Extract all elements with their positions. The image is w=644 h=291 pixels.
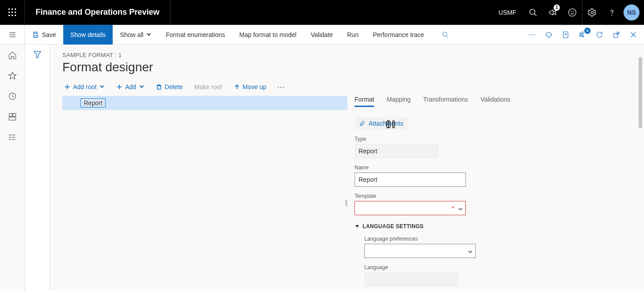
gear-icon	[588, 8, 597, 17]
svg-marker-50	[355, 225, 359, 228]
svg-rect-7	[12, 15, 13, 16]
svg-point-39	[9, 139, 10, 140]
arrow-up-icon	[234, 84, 240, 90]
required-indicator-icon: *	[452, 205, 454, 212]
svg-rect-5	[15, 12, 16, 13]
make-root-button: Make root	[190, 81, 226, 93]
add-root-button[interactable]: Add root	[60, 81, 109, 93]
feedback-button[interactable]	[562, 0, 582, 25]
chevron-down-icon	[146, 31, 151, 38]
rail-home-button[interactable]	[7, 50, 18, 61]
help-button[interactable]	[602, 0, 622, 25]
save-label: Save	[42, 31, 56, 38]
svg-rect-1	[12, 8, 13, 10]
plus-icon	[64, 84, 70, 90]
language-label: Language	[364, 264, 632, 271]
svg-rect-34	[9, 117, 16, 120]
clock-icon	[8, 92, 17, 101]
svg-rect-4	[12, 12, 13, 13]
tab-transformations[interactable]: Transformations	[423, 96, 468, 107]
chevron-down-icon	[99, 83, 105, 90]
svg-point-12	[571, 11, 571, 12]
tab-mapping[interactable]: Mapping	[387, 96, 411, 107]
svg-rect-6	[8, 15, 10, 16]
search-icon	[442, 31, 449, 38]
type-label: Type	[355, 136, 632, 142]
page-title: Format designer	[62, 60, 632, 74]
svg-rect-0	[8, 8, 10, 10]
svg-point-13	[573, 11, 574, 12]
format-enumerations-button[interactable]: Format enumerations	[159, 25, 232, 45]
svg-rect-2	[15, 8, 16, 10]
validate-button[interactable]: Validate	[304, 25, 340, 45]
app-title: Finance and Operations Preview	[25, 0, 171, 25]
list-icon	[8, 133, 17, 142]
filter-button[interactable]	[33, 50, 42, 291]
svg-point-11	[569, 8, 576, 16]
tab-validations[interactable]: Validations	[481, 96, 510, 107]
template-label: Template	[355, 193, 632, 199]
language-settings-section-toggle[interactable]: LANGUAGE SETTINGS	[355, 223, 632, 230]
refresh-icon	[595, 31, 603, 39]
splitter-handle[interactable]: ‖	[345, 199, 348, 206]
companion-button[interactable]	[543, 29, 554, 40]
action-search-button[interactable]	[435, 25, 456, 45]
attachments-badge: 0	[584, 28, 591, 34]
details-tabs: Format Mapping Transformations Validatio…	[355, 96, 632, 110]
search-button[interactable]	[523, 0, 543, 25]
template-input[interactable]	[355, 201, 466, 215]
caret-down-icon	[355, 224, 360, 229]
svg-marker-41	[34, 51, 41, 58]
home-icon	[8, 51, 17, 60]
rail-recent-button[interactable]	[7, 91, 18, 102]
save-icon	[32, 31, 39, 38]
performance-trace-button[interactable]: Performance trace	[366, 25, 431, 45]
nav-toggle-button[interactable]	[0, 25, 25, 45]
app-launcher-button[interactable]	[0, 0, 25, 25]
close-button[interactable]	[628, 29, 639, 40]
rail-favorites-button[interactable]	[7, 70, 18, 81]
document-icon	[562, 31, 570, 39]
scrollbar[interactable]	[639, 57, 642, 271]
type-value: Report	[355, 144, 438, 158]
attachments-button[interactable]: Attachments	[355, 117, 408, 130]
company-picker[interactable]: USMF	[491, 0, 523, 25]
more-actions-button[interactable]: ⋯	[526, 29, 537, 40]
attachments-button[interactable]: 0	[577, 29, 588, 40]
svg-marker-30	[8, 72, 16, 79]
svg-rect-46	[157, 86, 160, 89]
tree-node-report[interactable]: Report	[62, 96, 347, 110]
rail-workspaces-button[interactable]	[7, 111, 18, 122]
move-up-button[interactable]: Move up	[229, 81, 271, 93]
office-button[interactable]	[560, 29, 571, 40]
user-avatar[interactable]: NS	[624, 4, 640, 20]
run-button[interactable]: Run	[340, 25, 366, 45]
template-dropdown-button[interactable]	[458, 205, 463, 213]
trash-icon	[156, 84, 162, 90]
top-bar: Finance and Operations Preview USMF 1 NS	[0, 0, 644, 25]
notifications-button[interactable]: 1	[543, 0, 562, 25]
tab-format[interactable]: Format	[355, 96, 374, 107]
delete-button[interactable]: Delete	[151, 81, 187, 93]
save-button[interactable]: Save	[25, 25, 63, 45]
language-preferences-dropdown-button[interactable]	[468, 248, 473, 256]
rail-modules-button[interactable]	[7, 132, 18, 143]
scrollbar-thumb[interactable]	[639, 57, 642, 128]
show-all-button[interactable]: Show all	[113, 25, 159, 45]
popout-button[interactable]	[611, 29, 622, 40]
settings-button[interactable]	[583, 0, 602, 25]
name-input[interactable]	[355, 172, 466, 187]
language-settings-label: LANGUAGE SETTINGS	[363, 223, 424, 230]
svg-point-21	[443, 32, 447, 36]
svg-rect-33	[12, 114, 16, 117]
refresh-button[interactable]	[594, 29, 605, 40]
add-root-label: Add root	[73, 83, 97, 90]
show-details-button[interactable]: Show details	[63, 25, 113, 45]
toolbar-overflow-button[interactable]: ⋯	[273, 82, 289, 92]
map-format-button[interactable]: Map format to model	[232, 25, 303, 45]
move-up-label: Move up	[243, 83, 267, 90]
delete-label: Delete	[165, 83, 183, 90]
add-button[interactable]: Add	[112, 81, 149, 93]
svg-rect-20	[34, 35, 37, 37]
language-preferences-input[interactable]	[364, 244, 476, 258]
